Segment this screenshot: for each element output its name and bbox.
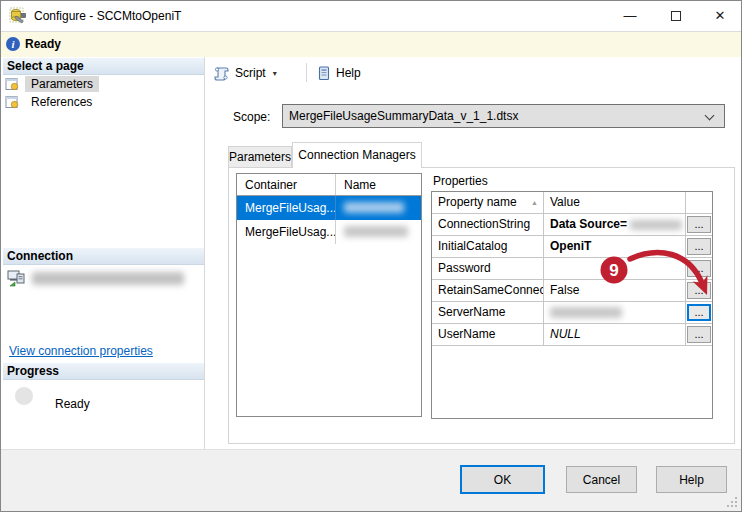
property-name: ServerName	[432, 302, 544, 323]
progress-spinner-icon	[15, 387, 33, 405]
chevron-down-icon: ▾	[273, 69, 277, 78]
name-cell	[336, 196, 421, 220]
window-title: Configure - SCCMtoOpeniT	[34, 1, 181, 31]
sort-ascending-icon: ▲	[531, 192, 538, 213]
column-header-container[interactable]: Container	[237, 174, 336, 195]
toolbar-separator	[306, 63, 307, 82]
progress-status: Ready	[55, 397, 90, 411]
connection-managers-table: Container Name MergeFileUsag... MergeFil…	[236, 173, 422, 417]
property-name: RetainSameConnec...	[432, 280, 544, 301]
view-connection-properties-link[interactable]: View connection properties	[9, 344, 153, 358]
column-header-actions	[686, 192, 712, 213]
table-row[interactable]: MergeFileUsag...	[237, 220, 421, 244]
info-icon: i	[6, 37, 20, 51]
redacted-server-name	[32, 272, 184, 285]
close-button[interactable]: ✕	[699, 1, 741, 31]
header-label: Property name	[438, 192, 517, 213]
name-cell	[336, 220, 421, 244]
maximize-button[interactable]	[653, 1, 699, 31]
redacted-value	[630, 220, 682, 230]
help-button[interactable]: Help	[656, 466, 727, 493]
script-button-label: Script	[235, 66, 266, 80]
ellipsis-button-focused[interactable]: ...	[687, 304, 711, 321]
script-button[interactable]: Script ▾	[209, 62, 281, 84]
property-row-connectionstring[interactable]: ConnectionString Data Source= ...	[432, 214, 712, 236]
property-name: Password	[432, 258, 544, 279]
progress-header: Progress	[3, 363, 204, 380]
title-bar: Configure - SCCMtoOpeniT — ✕	[1, 1, 741, 32]
panel-divider	[204, 57, 205, 449]
property-row-password[interactable]: Password ...	[432, 258, 712, 280]
table-row[interactable]: MergeFileUsag...	[237, 196, 421, 220]
ellipsis-button[interactable]: ...	[687, 260, 711, 277]
help-toolbar-label: Help	[336, 66, 361, 80]
footer-bar: OK Cancel Help	[1, 449, 741, 511]
scope-dropdown[interactable]: MergeFileUsageSummaryData_v_1_1.dtsx	[282, 104, 725, 128]
value-text: OpeniT	[550, 236, 591, 257]
property-name: UserName	[432, 324, 544, 345]
property-row-initialcatalog[interactable]: InitialCatalog OpeniT ...	[432, 236, 712, 258]
properties-header-row: Property name ▲ Value	[432, 192, 712, 214]
sidebar-item-references[interactable]: References	[5, 93, 98, 111]
status-strip: i Ready	[1, 32, 741, 57]
connection-entry	[7, 270, 184, 287]
page-icon	[5, 95, 19, 109]
select-page-header: Select a page	[3, 58, 204, 75]
property-value: Data Source=	[544, 214, 686, 235]
sidebar-item-label: Parameters	[25, 76, 99, 92]
ellipsis-button[interactable]: ...	[687, 326, 711, 343]
property-row-retainsameconnection[interactable]: RetainSameConnec... False ...	[432, 280, 712, 302]
ok-button[interactable]: OK	[460, 465, 545, 494]
scope-value: MergeFileUsageSummaryData_v_1_1.dtsx	[289, 109, 518, 123]
app-icon	[9, 7, 27, 25]
properties-title: Properties	[433, 174, 488, 188]
table-header-row: Container Name	[237, 174, 421, 196]
redacted-name	[344, 202, 404, 213]
property-name: InitialCatalog	[432, 236, 544, 257]
value-text: Data Source=	[550, 214, 627, 235]
tab-parameters[interactable]: Parameters	[228, 146, 292, 168]
minimize-button[interactable]: —	[607, 1, 653, 31]
sidebar-item-label: References	[25, 94, 98, 110]
help-toolbar-button[interactable]: Help	[313, 62, 365, 84]
ellipsis-button[interactable]: ...	[687, 216, 711, 233]
sidebar-item-parameters[interactable]: Parameters	[5, 75, 99, 93]
container-cell: MergeFileUsag...	[237, 220, 336, 244]
property-name: ConnectionString	[432, 214, 544, 235]
configure-dialog: Configure - SCCMtoOpeniT — ✕ i Ready Sel…	[0, 0, 742, 512]
scope-label: Scope:	[233, 110, 270, 124]
redacted-value	[550, 307, 622, 318]
redacted-name	[344, 226, 408, 237]
ellipsis-button[interactable]: ...	[687, 238, 711, 255]
connection-header: Connection	[3, 248, 204, 265]
server-icon	[7, 270, 26, 287]
maximize-icon	[671, 11, 681, 21]
ellipsis-button[interactable]: ...	[687, 282, 711, 299]
help-doc-icon	[317, 66, 331, 81]
cancel-button[interactable]: Cancel	[566, 466, 637, 493]
properties-grid: Property name ▲ Value ConnectionString D…	[431, 191, 713, 419]
column-header-name[interactable]: Name	[336, 174, 421, 195]
property-row-username[interactable]: UserName NULL ...	[432, 324, 712, 346]
resize-grip[interactable]	[727, 497, 738, 508]
script-icon	[213, 66, 230, 81]
container-cell: MergeFileUsag...	[237, 196, 336, 220]
column-header-property-name[interactable]: Property name ▲	[432, 192, 544, 213]
tab-connection-managers[interactable]: Connection Managers	[292, 142, 422, 168]
column-header-value[interactable]: Value	[544, 192, 686, 213]
page-icon	[5, 77, 19, 91]
value-text: NULL	[550, 324, 581, 345]
status-text: Ready	[25, 37, 61, 51]
property-row-servername[interactable]: ServerName ...	[432, 302, 712, 324]
value-text: False	[550, 280, 579, 301]
chevron-down-icon	[705, 111, 715, 121]
